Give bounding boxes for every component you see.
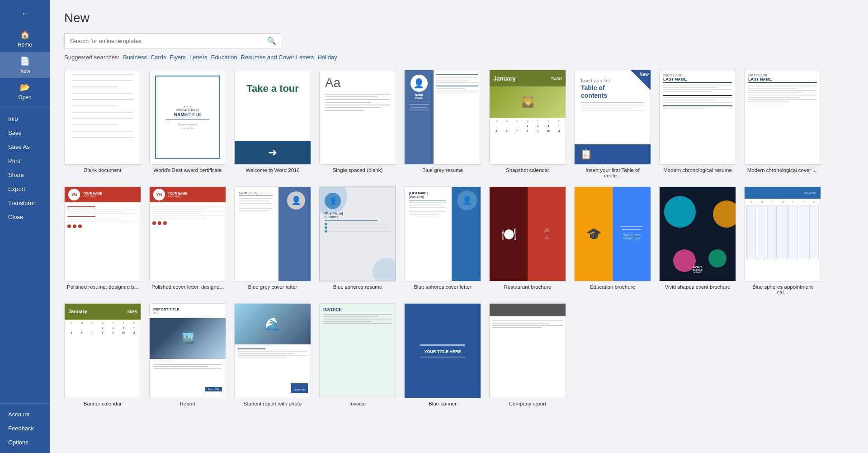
suggested-letters[interactable]: Letters — [189, 54, 208, 61]
template-blank[interactable]: Blank document — [64, 70, 141, 178]
template-award-label: World's Best award certificate — [154, 167, 222, 173]
sidebar-item-new[interactable]: 📄 New — [0, 52, 50, 78]
sidebar-divider-1 — [0, 106, 50, 106]
sidebar-item-print[interactable]: Print — [0, 154, 50, 168]
sidebar-menu: Info Save Save As Print Share Export Tra… — [0, 108, 50, 403]
template-modern-cover-label: Modern chronological cover l... — [747, 167, 818, 173]
new-icon: 📄 — [20, 56, 30, 66]
template-restaurant-brochure[interactable]: 🍽️ 🍷 Restaurant brochure — [489, 186, 566, 295]
template-toc[interactable]: New Insert your first Table ofcontents 📋… — [574, 70, 651, 178]
sidebar-back-button[interactable]: ← — [0, 5, 50, 22]
template-award[interactable]: ✦ ✦ ✦ WORLD'S BEST NAME/TITLE Recipient … — [149, 70, 226, 178]
template-spheres-cover-label: Blue spheres cover letter — [414, 284, 471, 290]
template-spheres-resume-label: Blue spheres resume — [333, 284, 382, 290]
template-bsac-label: Blue spheres appointment cal... — [746, 284, 819, 295]
suggested-resumes[interactable]: Resumes and Cover Letters — [241, 54, 314, 61]
template-banner-cal-label: Banner calendar — [84, 401, 122, 406]
template-bsac[interactable]: WEEK OF S M T W T F S — [744, 186, 821, 295]
sidebar-item-close[interactable]: Close — [0, 210, 50, 224]
search-input[interactable] — [65, 34, 263, 48]
template-polished-cover-label: Polished cover letter, designe... — [151, 284, 224, 290]
template-company[interactable]: Company report — [489, 303, 566, 406]
sidebar-item-save[interactable]: Save — [0, 126, 50, 140]
sidebar-item-account[interactable]: Account — [0, 407, 50, 421]
sidebar-item-export[interactable]: Export — [0, 182, 50, 196]
sidebar-bottom: Account Feedback Options — [0, 403, 50, 453]
single-aa-text: Aa — [325, 76, 390, 90]
template-spheres-cover[interactable]: 👤 [First Name] [Surname] Blue spheres co… — [404, 186, 481, 295]
template-blank-label: Blank document — [84, 167, 121, 173]
template-bluegrey-resume-label: Blue grey resume — [422, 167, 463, 173]
template-bluegrey-cover-label: Blue grey cover letter — [248, 284, 297, 290]
suggested-education[interactable]: Education — [211, 54, 237, 61]
template-modern-resume-label: Modern chronological resume — [663, 167, 732, 173]
template-polished-resume[interactable]: YN YOUR NAME YOUR TITLE — [64, 186, 141, 295]
template-tour-label: Welcome to Word 2016 — [245, 167, 300, 173]
template-polished-resume-label: Polished resume, designed b... — [67, 284, 138, 290]
sidebar-new-label: New — [19, 68, 30, 74]
template-modern-cover[interactable]: FIRST NAME LAST NAME Modern chronologica… — [744, 70, 821, 178]
template-blue-banner[interactable]: YOUR TITLE HERE Blue banner — [404, 303, 481, 406]
suggested-holiday[interactable]: Holiday — [317, 54, 337, 61]
template-blue-banner-label: Blue banner — [429, 401, 457, 406]
template-invoice-label: Invoice — [349, 401, 366, 406]
template-report[interactable]: REPORT TITLE 20xx 🏙️ Report Title Report — [149, 303, 226, 406]
template-report-label: Report — [180, 401, 196, 406]
templates-grid: Blank document ✦ ✦ ✦ WORLD'S BEST NAME/T… — [64, 70, 854, 406]
template-vivid-event[interactable]: EVENTSERIESNAME Vivid shapes event broch… — [659, 186, 736, 295]
template-spheres-resume[interactable]: 👤 [First Name] [Surname] — [319, 186, 396, 295]
template-education-brochure-label: Education brochure — [590, 284, 635, 290]
open-icon: 📂 — [20, 82, 30, 92]
search-bar[interactable]: 🔍 — [64, 33, 281, 48]
template-snapshot-cal[interactable]: JanuaryYEAR 🌄 S M T W T F S — [489, 70, 566, 178]
sidebar-item-info[interactable]: Info — [0, 112, 50, 126]
template-snapshot-cal-label: Snapshot calendar — [506, 167, 549, 173]
template-tour[interactable]: Take a tour ➜ Welcome to Word 2016 — [234, 70, 311, 178]
template-single[interactable]: Aa Single spaced (blank) — [319, 70, 396, 178]
suggested-flyers[interactable]: Flyers — [170, 54, 186, 61]
search-button[interactable]: 🔍 — [263, 34, 281, 48]
sidebar: ← 🏠 Home 📄 New 📂 Open Info Save Save As … — [0, 0, 50, 453]
template-student-report[interactable]: 🌊 Report Title Student report with photo — [234, 303, 311, 406]
template-banner-cal[interactable]: JanuaryYEAR S M T W T F S — [64, 303, 141, 406]
suggested-searches: Suggested searches: Business Cards Flyer… — [64, 54, 854, 61]
suggested-cards[interactable]: Cards — [151, 54, 166, 61]
suggested-label: Suggested searches: — [64, 54, 119, 61]
template-bluegrey-resume[interactable]: 👤 NAMEHERE — [404, 70, 481, 178]
home-icon: 🏠 — [20, 30, 30, 40]
template-bluegrey-cover[interactable]: 👤 NAME HERE Blue grey cover letter — [234, 186, 311, 295]
template-toc-label: Insert your first Table of conte... — [576, 167, 649, 178]
sidebar-open-label: Open — [18, 94, 31, 100]
template-vivid-event-label: Vivid shapes event brochure — [665, 284, 731, 290]
sidebar-item-open[interactable]: 📂 Open — [0, 78, 50, 104]
sidebar-item-feedback[interactable]: Feedback — [0, 421, 50, 435]
main-content: New 🔍 Suggested searches: Business Cards… — [50, 0, 868, 453]
sidebar-item-share[interactable]: Share — [0, 168, 50, 182]
sidebar-item-transform[interactable]: Transform — [0, 196, 50, 210]
template-modern-resume[interactable]: FIRST NAME LAST NAME Modern chronologica… — [659, 70, 736, 178]
template-single-label: Single spaced (blank) — [333, 167, 383, 173]
page-title: New — [64, 11, 854, 25]
template-polished-cover[interactable]: YN YOUR NAME YOUR TITLE — [149, 186, 226, 295]
sidebar-home-label: Home — [18, 42, 32, 48]
suggested-business[interactable]: Business — [123, 54, 147, 61]
sidebar-item-save-as[interactable]: Save As — [0, 140, 50, 154]
template-invoice[interactable]: INVOICE Invoice — [319, 303, 396, 406]
sidebar-item-options[interactable]: Options — [0, 435, 50, 449]
back-icon: ← — [21, 9, 29, 19]
sidebar-item-home[interactable]: 🏠 Home — [0, 25, 50, 52]
template-education-brochure[interactable]: 🎓 OrganizationName/Logo Education brochu… — [574, 186, 651, 295]
template-student-report-label: Student report with photo — [244, 401, 302, 406]
template-company-label: Company report — [509, 401, 546, 406]
template-restaurant-brochure-label: Restaurant brochure — [504, 284, 552, 290]
